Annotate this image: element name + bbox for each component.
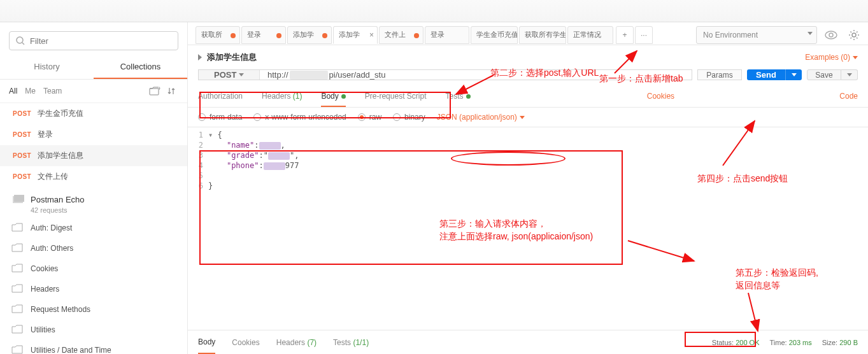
request-tab[interactable]: 登录 [425,26,469,44]
status-label: Status: 200 OK [712,339,760,346]
method-badge: POST [13,131,31,138]
radio-raw[interactable]: raw [358,113,381,122]
request-tab[interactable]: 正常情况 [567,26,613,44]
tab-label: 获取所有学生 [525,30,566,39]
svg-line-1 [22,43,24,45]
new-tab-button[interactable]: + [616,26,634,44]
request-tab[interactable]: 获取所有学生 [519,26,566,44]
radio-urlencoded[interactable]: x-www-form-urlencoded [253,113,346,122]
resp-tab-cookies[interactable]: Cookies [232,332,259,353]
subfolder-label: Cookies [31,264,58,273]
resp-tab-headers[interactable]: Headers (7) [276,332,317,353]
tab-label: 登录 [247,30,261,39]
tab-menu-button[interactable]: ··· [635,26,653,44]
subfolder[interactable]: Cookies [0,258,187,279]
redacted [259,142,281,150]
params-button[interactable]: Params [697,69,742,80]
unsaved-dot-icon [276,33,281,38]
unsaved-dot-icon [322,33,327,38]
chevron-down-icon [792,73,797,76]
request-item[interactable]: POST文件上传 [0,166,187,187]
tab-headers[interactable]: Headers (1) [262,87,302,107]
request-tab[interactable]: 学生金币充值 [471,26,518,44]
method-badge: POST [13,110,31,117]
radio-formdata[interactable]: form-data [198,113,242,122]
tab-tests[interactable]: Tests [445,87,470,107]
request-tab[interactable]: 登录 [241,26,286,44]
folder-icon [11,325,24,335]
resp-tab-tests[interactable]: Tests (1/1) [333,332,369,353]
method-select[interactable]: POST [199,70,260,80]
new-folder-icon[interactable]: + [148,85,162,97]
tab-label: 文件上 [385,30,406,39]
folder-icon [11,243,24,253]
request-tab[interactable]: 添加学 [287,26,332,44]
code-link[interactable]: Code [839,87,858,107]
filter-field [9,31,178,50]
request-item[interactable]: POST添加学生信息 [0,145,187,166]
redacted [264,162,285,170]
subfolder[interactable]: Auth: Digest [0,218,187,238]
unsaved-dot-icon [414,33,419,38]
chevron-down-icon [808,32,813,35]
close-icon[interactable]: × [369,31,374,39]
time-label: Time: 203 ms [769,339,811,346]
request-tabs-bar: 获取所 登录 添加学 添加学× 文件上 登录 学生金币充值 获取所有学生 正常情… [188,22,868,45]
folder-title: Postman Echo [31,195,85,204]
folder-stack-icon [11,194,25,205]
request-item[interactable]: POST学生金币充值 [0,103,187,124]
redacted [290,71,328,80]
environment-select[interactable]: No Environment [696,26,817,44]
save-dropdown-button[interactable] [841,69,858,80]
disclosure-triangle-icon[interactable] [198,54,202,60]
code-area[interactable]: ▾ { "name":, "grade":"", "phone":977 } [208,130,868,327]
tab-history[interactable]: History [0,55,94,79]
content-type-select[interactable]: JSON (application/json) [437,113,525,122]
save-button[interactable]: Save [807,69,841,80]
tab-prerequest[interactable]: Pre-request Script [365,87,427,107]
subfolder[interactable]: Auth: Others [0,238,187,258]
subfolder-label: Request Methods [31,305,90,314]
send-button[interactable]: Send [747,69,785,80]
request-label: 文件上传 [38,171,68,182]
sort-icon[interactable] [164,85,178,97]
tab-label: 添加学 [339,30,360,39]
tab-label: 添加学 [293,30,314,39]
resp-tab-body[interactable]: Body [198,331,215,354]
subfolder[interactable]: Utilities / Date and Time [0,340,187,354]
env-label: No Environment [703,31,758,39]
url-input[interactable]: http://pi/user/add_stu [260,70,692,80]
chevron-down-icon [847,73,852,76]
svg-point-6 [825,31,837,39]
collection-folder[interactable]: Postman Echo [0,187,187,206]
svg-text:+: + [158,87,160,92]
tab-authorization[interactable]: Authorization [198,87,243,107]
request-tab[interactable]: 文件上 [379,26,423,44]
gear-icon[interactable] [845,26,863,44]
subfolder[interactable]: Utilities [0,320,187,340]
subfolder[interactable]: Request Methods [0,299,187,320]
tab-label: 学生金币充值 [476,30,518,39]
subfolder[interactable]: Headers [0,279,187,299]
status-dot-icon [341,94,346,99]
body-editor[interactable]: 123456 ▾ { "name":, "grade":"", "phone":… [188,127,868,330]
filter-me[interactable]: Me [25,87,36,96]
request-tab[interactable]: 添加学× [333,26,378,44]
send-dropdown-button[interactable] [785,69,802,80]
tab-body[interactable]: Body [321,87,345,107]
cookies-link[interactable]: Cookies [647,87,674,107]
filter-all[interactable]: All [9,87,17,96]
filter-team[interactable]: Team [43,87,62,96]
request-tab[interactable]: 获取所 [196,26,240,44]
chevron-down-icon [853,56,858,59]
examples-link[interactable]: Examples (0) [805,53,858,62]
filter-input[interactable] [9,31,178,50]
folder-icon [11,345,24,354]
env-preview-icon[interactable] [822,26,840,44]
request-item[interactable]: POST登录 [0,124,187,145]
tab-label: 正常情况 [573,30,601,39]
tab-collections[interactable]: Collections [94,55,187,79]
subfolder-label: Utilities [31,325,55,334]
svg-point-8 [852,33,856,37]
radio-binary[interactable]: binary [393,113,425,122]
